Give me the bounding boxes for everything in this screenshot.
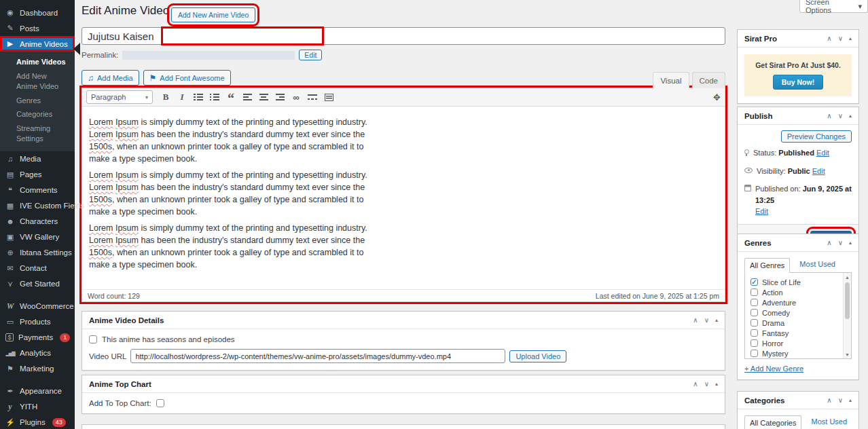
move-down-icon[interactable]: ∨ <box>704 381 709 388</box>
genre-checkbox[interactable]: ✓ <box>751 309 758 316</box>
edit-visibility-link[interactable]: Edit <box>812 167 825 175</box>
add-media-button[interactable]: ♫ Add Media <box>82 70 139 86</box>
move-down-icon[interactable]: ∨ <box>838 113 843 119</box>
toggle-panel-icon[interactable]: ▴ <box>715 318 718 323</box>
tab-most-used[interactable]: Most Used <box>799 257 835 272</box>
toggle-panel-icon[interactable]: ▴ <box>715 381 718 387</box>
sidebar-item[interactable]: ✒ Appearance <box>0 384 75 399</box>
seasons-checkbox-row[interactable]: ✓ This anime has seasons and episodes <box>89 335 718 343</box>
screen-options-button[interactable]: Screen Options ▾ <box>799 0 868 13</box>
toggle-panel-icon[interactable]: ▴ <box>849 240 852 246</box>
sidebar-item[interactable]: ◉ Dashboard <box>0 5 75 20</box>
italic-icon[interactable]: I <box>175 90 189 104</box>
align-right-icon[interactable] <box>272 90 287 104</box>
tab-all-categories[interactable]: All Categories <box>744 415 801 429</box>
sidebar-item[interactable]: ⚑ Marketing <box>0 361 75 377</box>
sidebar-item[interactable]: ▤ Pages <box>0 167 75 183</box>
scrollbar[interactable]: ▲ ▼ <box>843 273 851 358</box>
genre-checkbox-row[interactable]: ✓ Adventure <box>751 297 842 307</box>
top-chart-checkbox[interactable]: ✓ <box>156 399 164 407</box>
permalink-edit-button[interactable]: Edit <box>299 50 322 60</box>
genre-checkbox-row[interactable]: ✓ Comedy <box>751 307 842 318</box>
scroll-down-icon[interactable]: ▼ <box>844 350 851 358</box>
tab-code[interactable]: Code <box>692 72 726 88</box>
scroll-up-icon[interactable]: ▲ <box>844 273 851 281</box>
edit-status-link[interactable]: Edit <box>816 149 829 157</box>
align-left-icon[interactable] <box>240 90 255 104</box>
genre-checkbox[interactable]: ✓ <box>751 299 758 306</box>
move-up-icon[interactable]: ∧ <box>827 113 831 119</box>
genre-checkbox-row[interactable]: ✓ Action <box>751 287 842 297</box>
bullet-list-icon[interactable] <box>191 90 206 104</box>
sidebar-item[interactable]: ☻ Characters <box>0 214 75 229</box>
align-center-icon[interactable] <box>256 90 271 104</box>
edit-published-link[interactable]: Edit <box>755 207 768 215</box>
paragraph-format-dropdown[interactable]: Paragraph ▾ <box>86 90 153 104</box>
tab-visual[interactable]: Visual <box>653 72 689 88</box>
sidebar-item[interactable]: $ Payments 1 <box>0 330 75 346</box>
blockquote-icon[interactable]: “ <box>223 90 238 104</box>
editor-content[interactable]: Lorem Ipsum is simply dummy text of the … <box>82 107 725 289</box>
genre-checkbox-row[interactable]: ✓ Fantasy <box>751 328 842 338</box>
move-up-icon[interactable]: ∧ <box>693 381 698 388</box>
fullscreen-icon[interactable]: ✥ <box>713 92 721 102</box>
genre-checkbox[interactable]: ✓ <box>751 350 758 357</box>
genre-checkbox[interactable]: ✓ <box>751 278 758 286</box>
bold-icon[interactable]: B <box>158 90 173 104</box>
genre-checkbox[interactable]: ✓ <box>751 288 758 296</box>
toggle-panel-icon[interactable]: ▴ <box>849 113 852 119</box>
genre-checkbox-row[interactable]: ✓ Drama <box>751 318 842 328</box>
submenu-item[interactable]: Categories <box>0 107 75 122</box>
move-up-icon[interactable]: ∧ <box>693 317 698 324</box>
add-new-anime-video-button[interactable]: Add New Anime Video <box>171 7 255 22</box>
sidebar-item[interactable]: ✉ Contact <box>0 261 75 276</box>
more-tag-icon[interactable] <box>305 90 320 104</box>
move-up-icon[interactable]: ∧ <box>827 397 831 404</box>
move-up-icon[interactable]: ∧ <box>827 35 831 42</box>
upload-video-button[interactable]: Upload Video <box>509 350 566 362</box>
post-title-input[interactable] <box>82 27 725 45</box>
move-down-icon[interactable]: ∨ <box>704 317 709 324</box>
sidebar-item[interactable]: ▂▅▇ Analytics <box>0 346 75 361</box>
submenu-item[interactable]: Streaming Settings <box>0 122 75 146</box>
toggle-panel-icon[interactable]: ▴ <box>849 398 852 403</box>
sidebar-item[interactable]: W WooCommerce <box>0 299 75 314</box>
genre-checkbox[interactable]: ✓ <box>751 339 758 347</box>
add-new-genre-link[interactable]: + Add New Genre <box>744 365 803 373</box>
submenu-item[interactable]: Genres <box>0 94 75 108</box>
move-down-icon[interactable]: ∨ <box>838 240 843 246</box>
genre-checkbox-row[interactable]: ✓ <box>751 358 842 359</box>
toolbar-toggle-icon[interactable] <box>321 90 336 104</box>
move-down-icon[interactable]: ∨ <box>838 397 843 404</box>
move-up-icon[interactable]: ∧ <box>827 240 831 246</box>
tab-all-genres[interactable]: All Genres <box>744 258 790 273</box>
video-url-input[interactable] <box>130 349 505 363</box>
sidebar-item[interactable]: ♫ Media <box>0 151 75 167</box>
sidebar-item[interactable]: ▣ VW Gallery <box>0 229 75 245</box>
link-icon[interactable]: ∞ <box>289 90 304 104</box>
preview-changes-button[interactable]: Preview Changes <box>781 130 852 143</box>
genre-checkbox-row[interactable]: ✓ Slice of Life <box>751 277 842 287</box>
toggle-panel-icon[interactable]: ▴ <box>849 36 852 41</box>
genre-checkbox[interactable]: ✓ <box>751 319 758 327</box>
seasons-checkbox[interactable]: ✓ <box>89 335 97 343</box>
sidebar-item[interactable]: ❝ Comments <box>0 183 75 198</box>
tab-most-used[interactable]: Most Used <box>811 415 847 429</box>
sidebar-item[interactable]: ✎ Posts <box>0 20 75 36</box>
genre-checkbox[interactable]: ✓ <box>751 329 758 337</box>
sidebar-item[interactable]: ⊕ Ibtana Settings <box>0 245 75 261</box>
buy-now-button[interactable]: Buy Now! <box>773 75 823 90</box>
sidebar-item[interactable]: ▦ IVE Custom Fields <box>0 198 75 214</box>
numbered-list-icon[interactable] <box>207 90 222 104</box>
sidebar-item[interactable]: y YITH <box>0 399 75 415</box>
sidebar-item[interactable]: ⋎ Get Started <box>0 276 75 292</box>
scrollbar-thumb[interactable] <box>845 282 850 319</box>
sidebar-item-anime-videos[interactable]: ▶ Anime Videos <box>0 36 75 52</box>
move-down-icon[interactable]: ∨ <box>838 35 843 42</box>
sidebar-item[interactable]: ▭ Products <box>0 314 75 330</box>
submenu-item[interactable]: Anime Videos <box>0 55 75 69</box>
sidebar-item[interactable]: ⚡ Plugins 43 <box>0 415 75 429</box>
genre-checkbox-row[interactable]: ✓ Mystery <box>751 348 842 358</box>
genre-checkbox-row[interactable]: ✓ Horror <box>751 338 842 348</box>
add-font-awesome-button[interactable]: ⚑ Add Font Awesome <box>143 70 231 86</box>
